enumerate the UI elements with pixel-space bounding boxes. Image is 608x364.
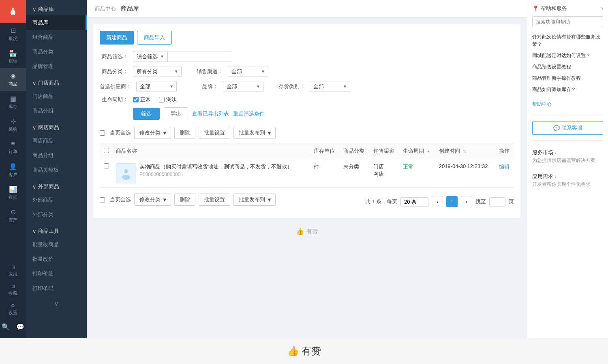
nav-item-goods[interactable]: ◈ 商品	[0, 68, 26, 91]
service-market-title[interactable]: 服务市场 ›	[532, 149, 603, 156]
logo[interactable]	[0, 0, 26, 23]
message-footer-icon[interactable]: 💬	[16, 323, 24, 331]
nav-item-data[interactable]: 📊 数据	[0, 181, 26, 204]
lifecycle-normal-input[interactable]	[133, 97, 139, 102]
help-link-2[interactable]: 商品预售设置教程	[532, 61, 603, 72]
sidebar-item-print-barcode[interactable]: 打印条码	[26, 281, 87, 296]
sidebar-item-print-tag[interactable]: 打印价签	[26, 266, 87, 281]
brand-label: 品牌：	[190, 83, 218, 90]
customers-icon: 👤	[9, 163, 17, 170]
import-goods-button[interactable]: 商品导入	[137, 31, 172, 45]
help-search-input[interactable]	[533, 17, 600, 27]
watermark-text: 有赞	[302, 345, 321, 356]
sidebar-item-store-goods[interactable]: 门店商品	[26, 89, 87, 104]
assets-icon: ⊙	[11, 208, 16, 216]
modify-cat-arrow-icon: ▼	[162, 130, 167, 136]
nav-item-inventory[interactable]: ▦ 库存	[0, 91, 26, 113]
nav-item-purchase[interactable]: ⊹ 采购	[0, 113, 26, 136]
nav-item-overview[interactable]: ⊡ 概况	[0, 23, 26, 45]
orders-icon: ≡	[11, 140, 15, 147]
next-page-btn[interactable]: ›	[461, 196, 472, 207]
search-footer-icon[interactable]: 🔍	[2, 323, 10, 331]
contact-service-btn[interactable]: 💬 联系客服	[532, 121, 603, 135]
app-demand-title[interactable]: 应用需求 ›	[532, 173, 603, 180]
category-select[interactable]: 所有分类	[133, 66, 182, 77]
help-link-3[interactable]: 商品管理新手操作教程	[532, 72, 603, 84]
nav-bottom: ⊞ 应用 ⊡ 收藏 ⚙ 设置 🔍 💬	[0, 262, 26, 338]
sidebar-item-combo[interactable]: 组合商品	[26, 30, 87, 45]
nav-item-assets[interactable]: ⊙ 资产	[0, 204, 26, 227]
new-goods-button[interactable]: 新建商品	[100, 31, 134, 45]
lifecycle-deprecated-input[interactable]	[159, 97, 165, 102]
app-demand-arrow: ›	[555, 173, 557, 179]
batch-settings-btn-bottom[interactable]: 批量设置	[199, 194, 230, 206]
td-product-name: 实物商品（购买时需填写收货地址，测试商品，不发货，不退款） P000000000…	[113, 159, 310, 188]
reset-filter-link[interactable]: 重置筛选条件	[233, 110, 265, 117]
modify-category-btn-bottom[interactable]: 修改分类 ▼	[134, 194, 171, 206]
right-panel-expand-btn[interactable]: ›	[601, 5, 603, 12]
help-center-link[interactable]: 帮助中心	[532, 99, 603, 109]
settings-icon: ⚙	[11, 303, 15, 309]
row-checkbox[interactable]	[104, 163, 109, 168]
help-link-4[interactable]: 商品如何添加库存？	[532, 84, 603, 95]
nav-item-orders[interactable]: ≡ 订单	[0, 136, 26, 159]
sidebar-item-goods-lib[interactable]: 商品库	[26, 15, 87, 30]
help-link-1[interactable]: 同城配送定时达如何设置？	[532, 50, 603, 61]
sidebar-item-online-group[interactable]: 商品分组	[26, 148, 87, 163]
composite-filter-select[interactable]: 综合筛选	[133, 51, 167, 62]
brand-select[interactable]: 全部	[223, 81, 263, 92]
help-link-0[interactable]: 针对此次疫情有赞有哪些服务政策？	[532, 31, 603, 50]
select-all-label-bottom: 当页全选	[110, 196, 131, 203]
select-all-checkbox-bottom[interactable]	[100, 197, 105, 202]
nav-item-customers[interactable]: 👤 客户	[0, 159, 26, 181]
stock-cat-select[interactable]: 全部	[310, 81, 350, 92]
supplier-select[interactable]: 全部	[136, 81, 177, 92]
sidebar-item-goods-cat[interactable]: 商品分类	[26, 45, 87, 59]
sidebar-item-batch-edit[interactable]: 批量改商品	[26, 237, 87, 252]
section-arrow-tools: ∨	[32, 228, 36, 234]
created-sort-icon[interactable]: ⇅	[463, 149, 466, 153]
section-ext-goods: ∨ 外部商品	[26, 177, 87, 193]
delete-btn-top[interactable]: 删除	[174, 127, 195, 139]
nav-item-apps[interactable]: ⊞ 应用	[0, 262, 26, 279]
export-button[interactable]: 导出	[164, 107, 188, 120]
view-exported-link[interactable]: 查看已导出列表	[192, 110, 229, 117]
watermark-area: 👍 有赞	[0, 338, 608, 364]
channel-select[interactable]: 全部	[228, 66, 268, 77]
filter-button[interactable]: 筛选	[133, 108, 160, 120]
lifecycle-deprecated-checkbox[interactable]: 淘汰	[159, 96, 177, 103]
delete-btn-bottom[interactable]: 删除	[174, 194, 195, 206]
composite-filter-input[interactable]	[167, 51, 232, 62]
batch-settings-btn-top[interactable]: 批量设置	[199, 127, 230, 139]
nav-item-settings[interactable]: ⚙ 设置	[0, 300, 26, 318]
main-content: 商品中心 商品库 新建商品 商品导入 商品筛选：	[87, 0, 527, 338]
sidebar-item-ext-goods[interactable]: 外部商品	[26, 193, 87, 207]
header-checkbox[interactable]	[104, 148, 109, 153]
sidebar-item-store-group[interactable]: 商品分组	[26, 104, 87, 118]
th-created: 创建时间 ⇅	[436, 143, 496, 159]
right-panel-header: 📍 帮助和服务 ›	[532, 5, 603, 12]
sidebar-item-online-goods[interactable]: 网店商品	[26, 134, 87, 148]
batch-publish-btn-bottom[interactable]: 批量发布到 ▼	[233, 194, 276, 206]
sidebar-item-ext-cat[interactable]: 外部分类	[26, 207, 87, 222]
th-category: 商品分类	[340, 143, 370, 159]
sidebar-item-brand[interactable]: 品牌管理	[26, 59, 87, 74]
nav-item-collection[interactable]: ⊡ 收藏	[0, 281, 26, 299]
per-page-select[interactable]: 20 条 50 条 100 条	[400, 197, 428, 206]
edit-action-btn[interactable]: 编辑	[499, 163, 510, 170]
help-search-button[interactable]: 🔍	[600, 17, 603, 27]
nav-item-store[interactable]: 🏪 店铺	[0, 45, 26, 68]
supplier-select-wrapper: 全部 ▼	[136, 81, 177, 92]
sidebar-item-batch-price[interactable]: 批量改价	[26, 252, 87, 266]
batch-publish-btn-top[interactable]: 批量发布到 ▼	[233, 127, 276, 139]
page-1-btn[interactable]: 1	[446, 196, 458, 207]
lifecycle-normal-checkbox[interactable]: 正常	[133, 96, 151, 103]
prev-page-btn[interactable]: ‹	[432, 196, 443, 207]
goto-input[interactable]	[489, 197, 505, 206]
channel-label: 销售渠道：	[195, 68, 223, 75]
select-all-checkbox-top[interactable]	[100, 130, 105, 136]
sidebar-item-online-template[interactable]: 商品页模板	[26, 163, 87, 177]
service-market-arrow: ›	[555, 149, 557, 155]
sidebar-collapse[interactable]: ∨	[26, 296, 87, 312]
modify-category-btn-top[interactable]: 修改分类 ▼	[134, 127, 171, 139]
